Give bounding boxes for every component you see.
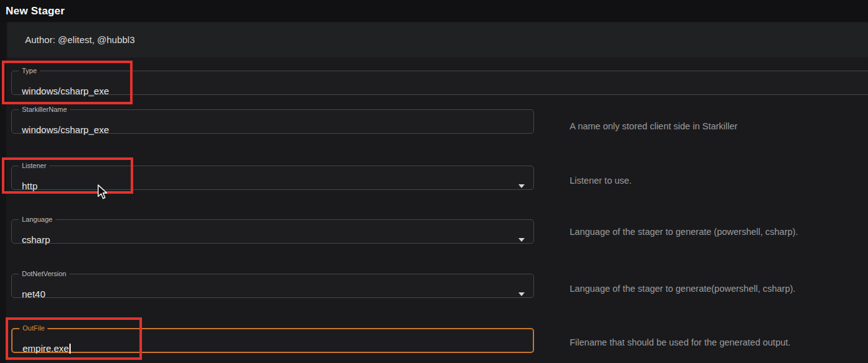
dropdown-arrow-icon[interactable] (518, 184, 525, 188)
language-label: Language (19, 216, 56, 224)
dotnetversion-helper: Language of the stager to generate(power… (570, 282, 864, 295)
listener-value: http (22, 180, 38, 192)
outfile-value: empire.exe (23, 342, 71, 354)
author-text: Author: @elitest, @hubbl3 (25, 22, 135, 57)
starkillername-label: StarkillerName (19, 106, 70, 114)
language-helper: Language of the stager to generate (powe… (570, 226, 864, 238)
dropdown-arrow-icon[interactable] (518, 238, 525, 242)
dotnetversion-select[interactable]: DotNetVersion net40 (11, 270, 534, 298)
starkillername-value: windows/csharp_exe (22, 124, 109, 136)
top-bar: New Stager (0, 0, 868, 22)
language-select[interactable]: Language csharp (11, 216, 534, 244)
form-content: Author: @elitest, @hubbl3 Type windows/c… (6, 22, 868, 363)
dotnetversion-value: net40 (22, 288, 46, 300)
new-stager-screen: New Stager Author: @elitest, @hubbl3 Typ… (0, 0, 868, 363)
starkillername-input[interactable]: StarkillerName windows/csharp_exe (11, 106, 534, 134)
dropdown-arrow-icon[interactable] (518, 292, 525, 296)
starkillername-helper: A name only stored client side in Starki… (570, 120, 864, 132)
listener-label: Listener (19, 162, 49, 170)
type-value: windows/csharp_exe (22, 85, 109, 97)
text-caret (69, 344, 71, 354)
outfile-label: OutFile (19, 324, 48, 332)
type-label: Type (19, 67, 40, 75)
type-select[interactable]: Type windows/csharp_exe (11, 67, 868, 95)
language-value: csharp (22, 234, 50, 246)
outfile-input[interactable]: OutFile empire.exe (11, 324, 534, 353)
outfile-helper: Filename that should be used for the gen… (570, 336, 864, 349)
listener-helper: Listener to use. (570, 174, 864, 187)
page-title: New Stager (6, 5, 65, 17)
listener-select[interactable]: Listener http (11, 162, 534, 190)
dotnetversion-label: DotNetVersion (19, 270, 69, 278)
author-card: Author: @elitest, @hubbl3 (8, 22, 868, 57)
